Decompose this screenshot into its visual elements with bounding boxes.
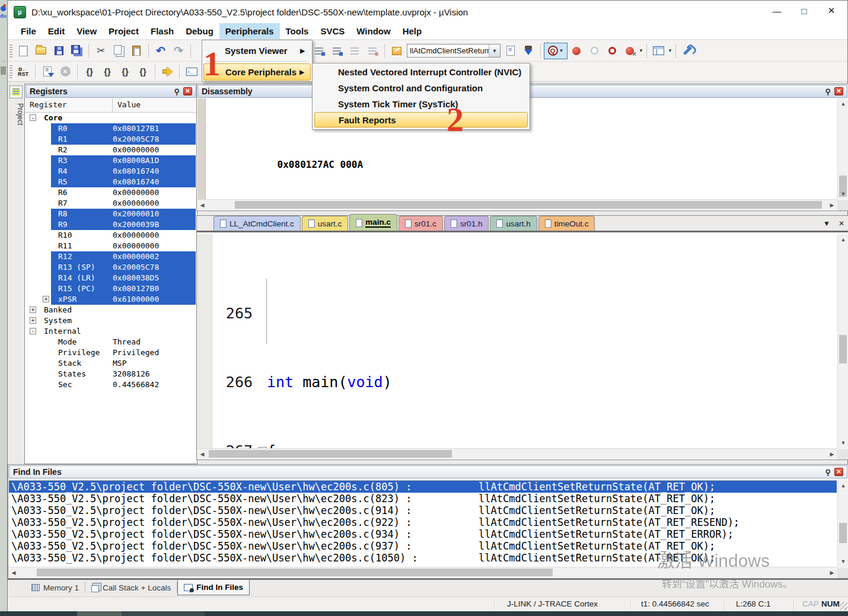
scroll-left-icon[interactable]: ◀ bbox=[8, 567, 19, 578]
find-result-row[interactable]: \A033-550_V2.5\project folder\DSC-550X-n… bbox=[9, 505, 837, 516]
run-button[interactable] bbox=[158, 63, 176, 80]
find-result-row[interactable]: \A033-550_V2.5\project folder\DSC-550X-n… bbox=[9, 552, 837, 564]
register-row[interactable]: R12 0x00000002 bbox=[25, 251, 197, 262]
copy-button[interactable] bbox=[110, 43, 127, 59]
find-result-row[interactable]: \A033-550_V2.5\project folder\DSC-550X-n… bbox=[9, 481, 837, 493]
register-row[interactable]: R3 0x08008A1D bbox=[25, 155, 197, 166]
find-result-row[interactable]: \A033-550_V2.5\project folder\DSC-550X-n… bbox=[9, 516, 837, 528]
project-panel-icon[interactable] bbox=[9, 85, 23, 98]
close-icon[interactable]: ✕ bbox=[834, 468, 843, 476]
indent-left-button[interactable] bbox=[310, 43, 328, 59]
step-out-button[interactable]: {} bbox=[116, 63, 134, 80]
menu-item[interactable]: Help bbox=[397, 23, 428, 39]
registers-header[interactable]: Registers ⚲ ✕ bbox=[25, 85, 196, 98]
redo-button[interactable]: ↷ bbox=[170, 43, 187, 59]
scroll-thumb[interactable] bbox=[839, 523, 847, 543]
sidebar-tab-project[interactable]: Project bbox=[8, 103, 24, 125]
code-line[interactable]: 267 - { bbox=[197, 442, 837, 448]
code-area[interactable]: 265 266 int main(void) 267 bbox=[197, 234, 837, 448]
scroll-left-icon[interactable]: ◀ bbox=[197, 200, 208, 210]
register-row[interactable]: R4 0x08016740 bbox=[25, 166, 197, 177]
line-marker[interactable] bbox=[197, 374, 212, 391]
register-row[interactable]: R6 0x00000000 bbox=[25, 187, 197, 198]
minimize-button[interactable]: — bbox=[763, 1, 790, 21]
register-row[interactable]: + Banked bbox=[25, 305, 197, 315]
editor-vscrollbar[interactable]: ▲ ▼ bbox=[837, 234, 848, 448]
register-row[interactable]: R1 0x20005C78 bbox=[25, 134, 197, 145]
register-row[interactable]: States 32088126 bbox=[25, 369, 197, 379]
editor-tab[interactable]: LL_AtCmdClient.c bbox=[213, 216, 301, 231]
scroll-down-icon[interactable]: ▼ bbox=[838, 438, 848, 448]
menu-item[interactable]: Debug bbox=[180, 23, 219, 39]
menu-item[interactable]: File bbox=[15, 23, 42, 39]
tree-expander[interactable]: + bbox=[43, 296, 49, 302]
new-file-button[interactable] bbox=[14, 43, 32, 59]
undo-button[interactable]: ↶ bbox=[152, 43, 170, 59]
code-line[interactable]: 265 bbox=[197, 305, 837, 322]
register-row[interactable]: R2 0x00000000 bbox=[25, 145, 197, 155]
find-result-row[interactable]: \A033-550_V2.5\project folder\DSC-550X-n… bbox=[9, 540, 837, 552]
insert-breakpoint-button[interactable] bbox=[568, 43, 585, 59]
column-register[interactable]: Register bbox=[25, 98, 113, 112]
menu-item[interactable]: View bbox=[71, 23, 103, 39]
close-button[interactable]: ✕ bbox=[818, 1, 845, 21]
fold-toggle[interactable] bbox=[259, 378, 267, 391]
tree-expander[interactable]: - bbox=[30, 328, 36, 334]
find-hscrollbar[interactable]: ◀ ▶ bbox=[8, 567, 837, 577]
open-file-button[interactable] bbox=[32, 43, 50, 59]
tab-list-dropdown-icon[interactable]: ▼ bbox=[823, 219, 830, 228]
chevron-down-icon[interactable]: ▼ bbox=[639, 48, 643, 53]
toolbar-grip[interactable] bbox=[9, 44, 12, 58]
register-row[interactable]: R5 0x08016740 bbox=[25, 177, 197, 187]
tree-expander[interactable]: + bbox=[30, 317, 36, 324]
editor-tab[interactable]: usart.h bbox=[490, 216, 537, 231]
disable-breakpoint-button[interactable] bbox=[585, 43, 603, 59]
step-over-button[interactable]: {} bbox=[98, 63, 116, 80]
register-row[interactable]: Mode Thread bbox=[25, 337, 197, 347]
disassembly-line[interactable]: 0x080127AC 000A bbox=[206, 147, 837, 159]
register-row[interactable]: R14 (LR) 0x080038D5 bbox=[25, 273, 197, 283]
menu-item[interactable]: Tools bbox=[280, 23, 315, 39]
chevron-down-icon[interactable]: ▼ bbox=[559, 48, 564, 53]
disassembly-line[interactable]: 0x080127AE 0000 bbox=[206, 194, 837, 199]
register-row[interactable]: R8 0x20000010 bbox=[25, 209, 197, 219]
editor-tab[interactable]: sr01.h bbox=[444, 216, 489, 231]
window-layout-button[interactable] bbox=[650, 43, 668, 59]
comment-button[interactable] bbox=[346, 43, 364, 59]
register-row[interactable]: R15 (PC) 0x080127B0 bbox=[25, 283, 197, 294]
tab-find-in-files[interactable]: Find In Files bbox=[177, 580, 250, 595]
scroll-up-icon[interactable]: ▲ bbox=[838, 98, 848, 109]
editor-tab[interactable]: timeOut.c bbox=[538, 216, 595, 231]
uncomment-button[interactable] bbox=[364, 43, 381, 59]
resize-grip[interactable] bbox=[839, 602, 847, 610]
register-row[interactable]: R0 0x080127B1 bbox=[25, 123, 197, 134]
register-row[interactable]: R13 (SP) 0x20005C78 bbox=[25, 262, 197, 273]
run-to-cursor-button[interactable]: {} bbox=[134, 63, 152, 80]
pin-icon[interactable]: ⚲ bbox=[174, 87, 180, 96]
chevron-down-icon[interactable]: ▼ bbox=[489, 44, 500, 57]
menu-item[interactable]: Peripherals bbox=[219, 23, 280, 39]
fold-toggle[interactable] bbox=[259, 309, 267, 322]
pin-icon[interactable]: ⚲ bbox=[825, 468, 831, 477]
scroll-right-icon[interactable]: ▶ bbox=[827, 200, 837, 210]
tree-expander[interactable]: + bbox=[30, 307, 36, 313]
find-in-files-button[interactable] bbox=[502, 43, 519, 59]
disassembly-gutter[interactable] bbox=[197, 98, 206, 199]
tab-close-icon[interactable]: ✕ bbox=[839, 219, 844, 228]
scroll-thumb[interactable] bbox=[839, 335, 847, 363]
scroll-thumb[interactable] bbox=[235, 201, 822, 209]
register-row[interactable]: R7 0x00000000 bbox=[25, 198, 197, 209]
disassembly-vscrollbar[interactable]: ▲ ▼ bbox=[837, 98, 848, 199]
menu-item[interactable]: Edit bbox=[42, 23, 71, 39]
editor-tab[interactable]: usart.c bbox=[302, 216, 349, 231]
debug-session-button[interactable]: Q ▼ bbox=[544, 43, 568, 59]
register-row[interactable]: - Core bbox=[25, 113, 197, 123]
find-result-row[interactable]: \A033-550_V2.5\project folder\DSC-550X-n… bbox=[9, 493, 837, 505]
reset-button[interactable]: o← RST bbox=[14, 63, 32, 80]
find-vscrollbar[interactable]: ▲ ▼ bbox=[837, 480, 848, 567]
chevron-down-icon[interactable]: ▼ bbox=[668, 48, 672, 53]
find-next-button[interactable] bbox=[519, 43, 537, 59]
scroll-up-icon[interactable]: ▲ bbox=[838, 234, 848, 245]
scroll-right-icon[interactable]: ▶ bbox=[827, 567, 837, 578]
maximize-button[interactable]: □ bbox=[790, 1, 818, 21]
